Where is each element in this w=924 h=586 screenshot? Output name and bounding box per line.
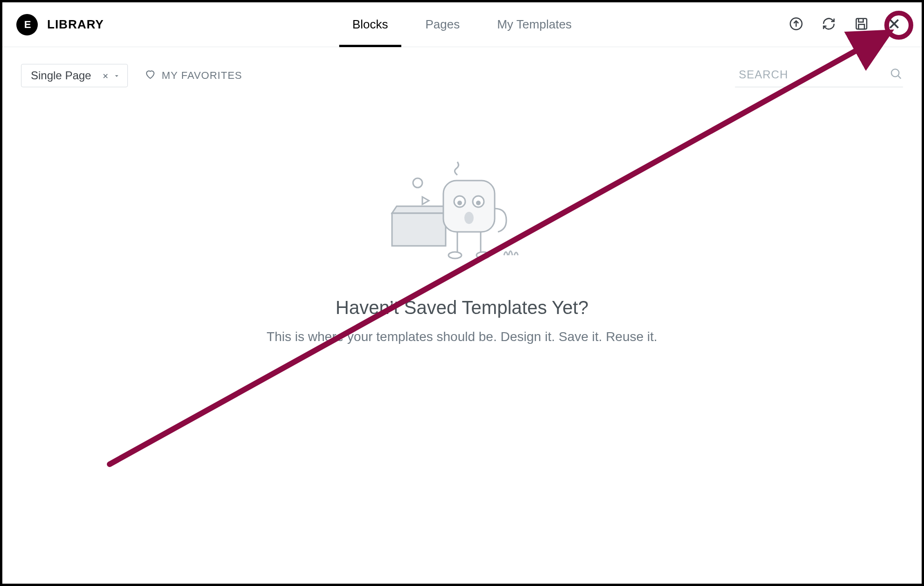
sync-button[interactable] [821,17,837,33]
sync-icon [822,17,836,33]
filter-chip-controls [102,69,120,82]
brand: E LIBRARY [2,14,104,35]
filter-chip-single-page[interactable]: Single Page [21,64,128,87]
my-favorites-button[interactable]: MY FAVORITES [145,69,242,83]
svg-rect-2 [859,24,865,29]
search-field[interactable] [735,64,903,87]
svg-point-8 [457,201,462,205]
tab-label: My Templates [497,17,572,32]
upload-icon [789,17,803,33]
close-button[interactable] [886,17,902,33]
filter-chip-label: Single Page [31,69,91,82]
tab-label: Blocks [352,17,388,32]
tab-my-templates[interactable]: My Templates [497,2,572,47]
svg-point-10 [464,212,474,224]
save-button[interactable] [854,17,869,33]
modal-header: E LIBRARY Blocks Pages My Templates [2,2,922,47]
svg-point-9 [476,201,481,205]
empty-state-subtitle: This is where your templates should be. … [266,329,657,344]
tab-blocks[interactable]: Blocks [352,2,388,47]
chevron-down-icon[interactable] [113,69,120,82]
empty-state-title: Haven’t Saved Templates Yet? [336,297,588,318]
content-area: Haven’t Saved Templates Yet? This is whe… [2,97,922,584]
svg-point-3 [891,69,899,77]
svg-point-12 [476,252,490,258]
upload-button[interactable] [788,17,804,33]
save-icon [854,17,868,33]
svg-point-11 [448,252,462,258]
header-tabs: Blocks Pages My Templates [352,2,572,47]
svg-rect-5 [443,181,495,232]
header-actions [788,17,922,33]
clear-filter-icon[interactable] [102,69,109,82]
svg-point-13 [413,178,422,188]
logo-letter: E [24,19,30,31]
toolbar: Single Page MY FAVORITES [2,47,922,97]
elementor-logo-icon: E [16,14,38,35]
tab-pages[interactable]: Pages [425,2,460,47]
empty-state-illustration [378,153,546,279]
tab-label: Pages [425,17,460,32]
search-icon [889,67,903,82]
search-input[interactable] [739,68,878,81]
library-modal: E LIBRARY Blocks Pages My Templates [0,0,924,586]
library-title: LIBRARY [47,17,104,32]
favorites-label: MY FAVORITES [161,70,242,82]
svg-rect-4 [392,213,446,246]
close-icon [887,17,901,33]
heart-icon [145,69,156,83]
